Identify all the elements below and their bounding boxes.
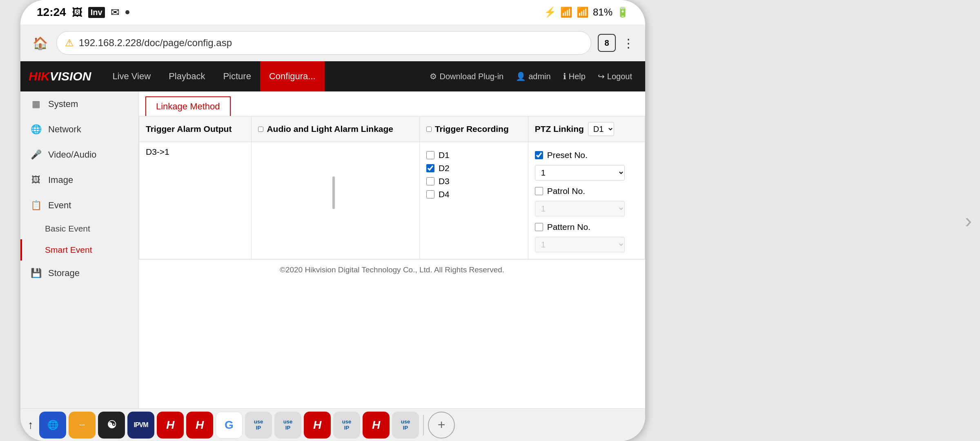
d3-checkbox[interactable] bbox=[426, 177, 434, 185]
help-button[interactable]: ℹ Help bbox=[558, 71, 590, 81]
sidebar-sub-smart-event[interactable]: Smart Event bbox=[20, 239, 138, 261]
app-icon-google[interactable]: G bbox=[216, 412, 243, 439]
admin-button[interactable]: 👤 admin bbox=[511, 71, 555, 81]
hik-logo: HIKVISION bbox=[29, 69, 91, 83]
patrol-no-dropdown[interactable]: 1 bbox=[535, 201, 625, 216]
trigger-alarm-value: D3->1 bbox=[139, 142, 252, 259]
nav-right-actions: ⚙ Download Plug-in 👤 admin ℹ Help ↪ Logo… bbox=[425, 71, 637, 81]
logout-label: Logout bbox=[607, 72, 632, 81]
download-plugin-label: Download Plug-in bbox=[439, 72, 503, 81]
signal-icon: 📶 bbox=[577, 7, 589, 18]
dot-indicator bbox=[125, 10, 129, 14]
footer: ©2020 Hikvision Digital Technology Co., … bbox=[139, 259, 645, 280]
sidebar-sub-basic-event[interactable]: Basic Event bbox=[20, 218, 138, 239]
battery-icon: 🔋 bbox=[617, 7, 629, 18]
right-chevron[interactable]: › bbox=[965, 209, 972, 232]
d3-label: D3 bbox=[439, 176, 450, 186]
app-icon-dots[interactable]: ··· bbox=[69, 412, 96, 439]
d4-checkbox[interactable] bbox=[426, 190, 434, 198]
tab-count[interactable]: 8 bbox=[598, 34, 616, 52]
sidebar-item-network[interactable]: 🌐 Network bbox=[20, 117, 138, 142]
sidebar-item-event[interactable]: 📋 Event bbox=[20, 193, 138, 218]
admin-icon: 👤 bbox=[516, 71, 526, 81]
home-button[interactable]: 🏠 bbox=[30, 33, 50, 53]
sidebar-image-label: Image bbox=[48, 175, 73, 185]
ptz-channel-select[interactable]: D1 D2 D3 D4 bbox=[588, 122, 614, 136]
pattern-no-checkbox[interactable] bbox=[535, 223, 543, 231]
sidebar-item-system[interactable]: ▦ System bbox=[20, 91, 138, 117]
browser-menu-button[interactable]: ⋮ bbox=[622, 36, 635, 50]
network-icon: 🌐 bbox=[30, 124, 42, 135]
audio-light-checkbox[interactable] bbox=[258, 127, 263, 132]
linkage-tab[interactable]: Linkage Method bbox=[145, 96, 231, 116]
plugin-icon: ⚙ bbox=[430, 71, 437, 81]
main-content: ▦ System 🌐 Network 🎤 Video/Audio 🖼 Image… bbox=[20, 91, 645, 408]
nav-configuration[interactable]: Configura... bbox=[260, 61, 325, 91]
storage-icon: 💾 bbox=[30, 268, 42, 278]
app-icon-useip3[interactable]: useIP bbox=[333, 412, 360, 439]
sidebar-item-image[interactable]: 🖼 Image bbox=[20, 167, 138, 193]
download-plugin-button[interactable]: ⚙ Download Plug-in bbox=[425, 71, 508, 81]
hik-text: HIK bbox=[29, 69, 50, 83]
wifi-icon: 📶 bbox=[560, 7, 572, 18]
scroll-up-button[interactable]: ↑ bbox=[24, 419, 37, 432]
divider bbox=[423, 415, 424, 435]
preset-no-dropdown[interactable]: 1 2 3 bbox=[535, 165, 625, 180]
trigger-recording-cell: D1 D2 D3 D4 bbox=[419, 142, 528, 259]
app-icon-h4[interactable]: H bbox=[363, 412, 390, 439]
system-icon: ▦ bbox=[30, 99, 42, 109]
table-row: D3->1 D1 D2 bbox=[139, 142, 645, 259]
patrol-no-checkbox[interactable] bbox=[535, 187, 543, 195]
trigger-recording-header-checkbox[interactable] bbox=[426, 127, 432, 132]
d2-checkbox[interactable] bbox=[426, 164, 434, 172]
browser-bar: 🏠 ⚠ 192.168.2.228/doc/page/config.asp 8 … bbox=[20, 24, 645, 61]
vision-text: VISION bbox=[50, 69, 91, 83]
preset-no-checkbox[interactable] bbox=[535, 151, 543, 159]
audio-light-cell bbox=[252, 142, 419, 259]
nav-live-view[interactable]: Live View bbox=[103, 61, 160, 91]
battery-text: 81% bbox=[593, 7, 612, 18]
app-icon-useip2[interactable]: useIP bbox=[274, 412, 301, 439]
app-icon-yin-yang[interactable]: ☯ bbox=[98, 412, 125, 439]
smart-event-label: Smart Event bbox=[45, 245, 92, 254]
scroll-indicator bbox=[332, 176, 335, 209]
pattern-no-dropdown[interactable]: 1 bbox=[535, 237, 625, 252]
add-app-button[interactable]: + bbox=[428, 412, 455, 439]
admin-label: admin bbox=[528, 72, 550, 81]
url-text: 192.168.2.228/doc/page/config.asp bbox=[79, 37, 232, 49]
app-icon-useip1[interactable]: useIP bbox=[245, 412, 272, 439]
app-icon-network[interactable]: 🌐 bbox=[39, 412, 66, 439]
basic-event-label: Basic Event bbox=[45, 224, 90, 233]
logout-button[interactable]: ↪ Logout bbox=[593, 71, 637, 81]
app-icon-ipvm[interactable]: IPVM bbox=[127, 412, 154, 439]
logout-icon: ↪ bbox=[598, 71, 605, 81]
sidebar-system-label: System bbox=[48, 99, 78, 109]
mail-icon: ✉ bbox=[111, 6, 120, 19]
ptz-linking-cell: Preset No. 1 2 3 Patrol No. bbox=[528, 142, 645, 259]
security-warning-icon: ⚠ bbox=[65, 37, 74, 49]
sidebar-item-storage[interactable]: 💾 Storage bbox=[20, 261, 138, 286]
sidebar-video-audio-label: Video/Audio bbox=[48, 149, 96, 160]
event-icon: 📋 bbox=[30, 200, 42, 211]
col-ptz-linking: PTZ Linking D1 D2 D3 D4 bbox=[528, 116, 645, 142]
gallery-icon: 🖼 bbox=[72, 6, 82, 19]
preset-no-label: Preset No. bbox=[547, 150, 588, 160]
sidebar-item-video-audio[interactable]: 🎤 Video/Audio bbox=[20, 142, 138, 167]
app-icon-h3[interactable]: H bbox=[304, 412, 331, 439]
patrol-no-label: Patrol No. bbox=[547, 186, 585, 196]
app-icon-h1[interactable]: H bbox=[157, 412, 184, 439]
d4-label: D4 bbox=[439, 189, 450, 199]
app-icon-useip4[interactable]: useIP bbox=[392, 412, 419, 439]
nav-picture[interactable]: Picture bbox=[214, 61, 260, 91]
d1-checkbox[interactable] bbox=[426, 151, 434, 159]
app-icon-h2[interactable]: H bbox=[186, 412, 213, 439]
url-bar[interactable]: ⚠ 192.168.2.228/doc/page/config.asp bbox=[56, 31, 591, 55]
sidebar-storage-label: Storage bbox=[48, 268, 80, 278]
status-bar: 12:24 🖼 Inv ✉ ⚡ 📶 📶 81% 🔋 bbox=[20, 0, 645, 24]
pattern-no-label: Pattern No. bbox=[547, 222, 590, 232]
col-trigger-recording: Trigger Recording bbox=[419, 116, 528, 142]
nav-playback[interactable]: Playback bbox=[160, 61, 214, 91]
help-icon: ℹ bbox=[563, 71, 566, 81]
video-audio-icon: 🎤 bbox=[30, 149, 42, 160]
hik-nav: HIKVISION Live View Playback Picture Con… bbox=[20, 61, 645, 91]
